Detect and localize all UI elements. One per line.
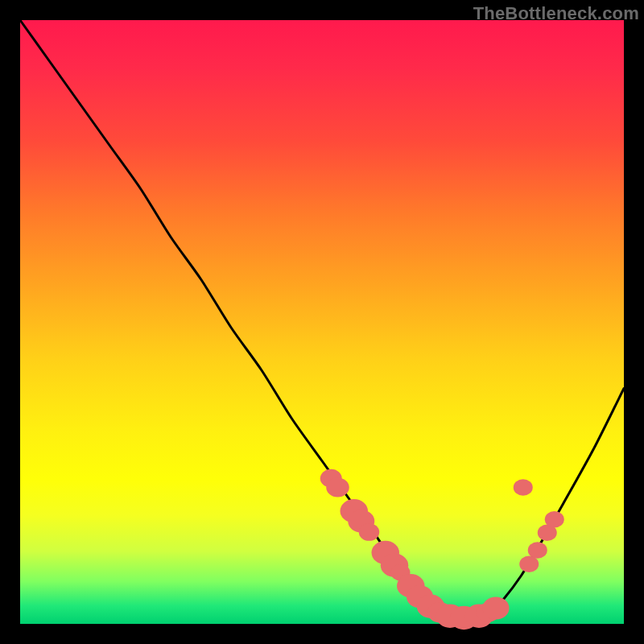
chart-svg: [20, 20, 624, 624]
bottleneck-curve: [20, 20, 624, 618]
data-marker: [519, 556, 539, 572]
data-marker: [514, 479, 533, 495]
data-marker: [528, 542, 547, 558]
data-marker: [326, 477, 349, 497]
plot-area: [20, 20, 624, 624]
watermark-text: TheBottleneck.com: [473, 3, 639, 24]
chart-container: TheBottleneck.com: [0, 0, 644, 644]
data-marker: [483, 597, 510, 619]
data-marker: [545, 511, 564, 527]
data-marker: [359, 523, 380, 541]
data-markers: [320, 469, 564, 630]
